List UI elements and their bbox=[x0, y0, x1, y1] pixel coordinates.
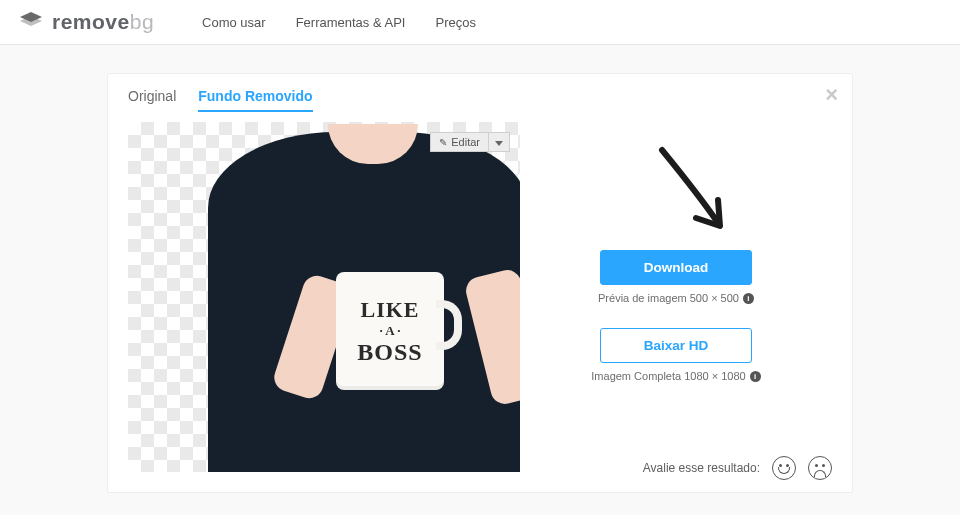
rating-bar: Avalie esse resultado: bbox=[643, 456, 832, 480]
rate-sad-icon[interactable] bbox=[808, 456, 832, 480]
logo[interactable]: removebg bbox=[18, 10, 154, 34]
edit-dropdown-button[interactable] bbox=[489, 132, 510, 152]
info-icon[interactable]: i bbox=[743, 293, 754, 304]
info-icon[interactable]: i bbox=[750, 371, 761, 382]
main-nav: Como usar Ferramentas & API Preços bbox=[202, 15, 476, 30]
download-hd-button[interactable]: Baixar HD bbox=[600, 328, 752, 363]
wand-icon: ✎ bbox=[439, 137, 447, 148]
person-cutout: LIKE · A · BOSS bbox=[208, 122, 520, 472]
result-image: LIKE · A · BOSS ✎ Editar bbox=[128, 122, 520, 472]
download-panel: Download Prévia de imagem 500 × 500 i Ba… bbox=[520, 122, 832, 472]
download-caption: Prévia de imagem 500 × 500 i bbox=[598, 292, 754, 304]
logo-text: removebg bbox=[52, 10, 154, 34]
result-tabs: Original Fundo Removido bbox=[128, 88, 832, 112]
tab-original[interactable]: Original bbox=[128, 88, 176, 112]
edit-button[interactable]: ✎ Editar bbox=[430, 132, 489, 152]
download-hd-caption: Imagem Completa 1080 × 1080 i bbox=[591, 370, 760, 382]
annotation-arrow-icon bbox=[650, 142, 740, 242]
rate-happy-icon[interactable] bbox=[772, 456, 796, 480]
edit-label: Editar bbox=[451, 136, 480, 148]
nav-tools-api[interactable]: Ferramentas & API bbox=[296, 15, 406, 30]
close-icon[interactable]: × bbox=[825, 84, 838, 106]
rating-prompt: Avalie esse resultado: bbox=[643, 461, 760, 475]
edit-button-group: ✎ Editar bbox=[430, 132, 510, 152]
app-header: removebg Como usar Ferramentas & API Pre… bbox=[0, 0, 960, 45]
download-button[interactable]: Download bbox=[600, 250, 752, 285]
result-card: × Original Fundo Removido LIKE · A · BOS… bbox=[107, 73, 853, 493]
nav-how-to[interactable]: Como usar bbox=[202, 15, 266, 30]
mug-graphic: LIKE · A · BOSS bbox=[336, 272, 444, 390]
tab-removed-bg[interactable]: Fundo Removido bbox=[198, 88, 312, 112]
nav-pricing[interactable]: Preços bbox=[435, 15, 475, 30]
chevron-down-icon bbox=[495, 141, 503, 146]
logo-icon bbox=[18, 12, 44, 32]
